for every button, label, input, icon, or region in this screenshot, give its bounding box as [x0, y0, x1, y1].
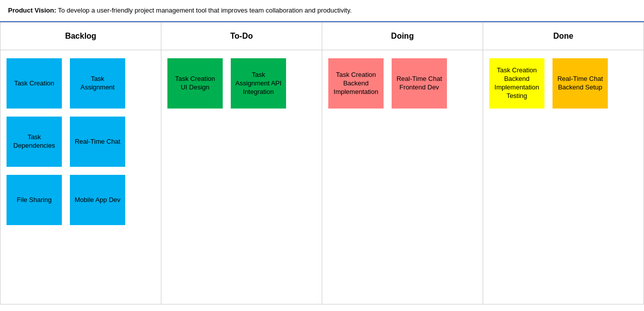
column-header-todo: To-Do	[161, 23, 322, 50]
product-vision: Product Vision: To develop a user-friend…	[0, 0, 644, 22]
column-header-doing: Doing	[322, 23, 483, 50]
column-body-doing: Task Creation Backend Implementation Rea…	[322, 50, 483, 117]
column-body-todo: Task Creation UI Design Task Assignment …	[161, 50, 322, 117]
column-body-backlog: Task Creation Task Assignment Task Depen…	[1, 50, 161, 233]
column-header-backlog: Backlog	[1, 23, 161, 50]
product-vision-label: Product Vision:	[8, 7, 56, 14]
column-done: Done Task Creation Backend Implementatio…	[483, 23, 643, 304]
column-backlog: Backlog Task Creation Task Assignment Ta…	[1, 23, 161, 304]
card-task-creation-backend[interactable]: Task Creation Backend Implementation	[328, 58, 384, 109]
card-task-assignment-api[interactable]: Task Assignment API Integration	[231, 58, 286, 109]
card-real-time-chat-frontend[interactable]: Real-Time Chat Frontend Dev	[392, 58, 447, 109]
product-vision-text: To develop a user-friendly project manag…	[56, 7, 352, 14]
column-body-done: Task Creation Backend Implementation Tes…	[483, 50, 643, 117]
card-task-dependencies[interactable]: Task Dependencies	[7, 117, 62, 167]
card-real-time-chat-backend-setup[interactable]: Real-Time Chat Backend Setup	[553, 58, 608, 109]
column-doing: Doing Task Creation Backend Implementati…	[322, 23, 483, 304]
column-header-done: Done	[483, 23, 643, 50]
card-task-creation[interactable]: Task Creation	[7, 58, 62, 109]
card-task-assignment[interactable]: Task Assignment	[70, 58, 125, 109]
card-task-creation-backend-testing[interactable]: Task Creation Backend Implementation Tes…	[489, 58, 544, 109]
kanban-board: Backlog Task Creation Task Assignment Ta…	[0, 22, 644, 304]
card-file-sharing[interactable]: File Sharing	[7, 175, 62, 225]
card-mobile-app-dev[interactable]: Mobile App Dev	[70, 175, 125, 225]
card-task-creation-ui[interactable]: Task Creation UI Design	[167, 58, 223, 109]
card-real-time-chat-backlog[interactable]: Real-Time Chat	[70, 117, 125, 167]
column-todo: To-Do Task Creation UI Design Task Assig…	[161, 23, 322, 304]
